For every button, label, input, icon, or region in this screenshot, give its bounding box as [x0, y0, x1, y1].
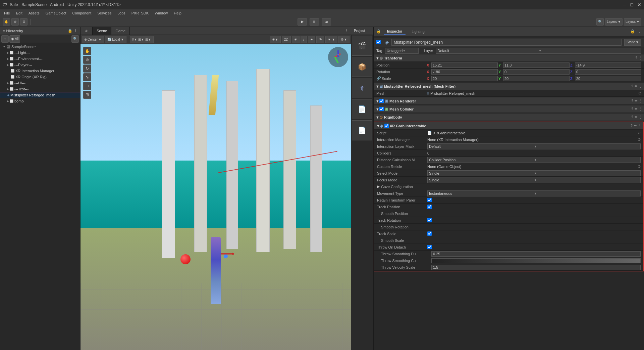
inspector-menu-icon[interactable]: ⋮: [638, 29, 641, 34]
mesh-renderer-enable-checkbox[interactable]: [379, 99, 384, 103]
hierarchy-item-mistsplitter[interactable]: ◈ Mistsplitter Reforged_mesh: [0, 92, 80, 98]
track-position-checkbox[interactable]: [427, 205, 432, 209]
effects-btn[interactable]: ✦: [308, 36, 315, 43]
hierarchy-item-xr-origin[interactable]: ⬜ XR Origin (XR Rig): [0, 74, 80, 80]
rotation-z-input[interactable]: [575, 69, 641, 75]
inspector-lock-icon[interactable]: 🔒: [630, 29, 635, 34]
xr-grab-header[interactable]: ▼ ◈ XR Grab Interactable ? ✏ ⋮: [374, 122, 643, 130]
tab-scene[interactable]: Scene: [93, 27, 111, 35]
hierarchy-search-button[interactable]: 🔍: [71, 35, 79, 43]
rigidbody-header[interactable]: ▼ ⊙ Rigidbody ? ✏ ⋮: [374, 114, 644, 121]
layers-dropdown[interactable]: Layers ▼: [605, 18, 623, 26]
menu-pxr-sdk[interactable]: PXR_SDK: [129, 10, 151, 16]
mesh-filter-menu-icon[interactable]: ⋮: [639, 84, 642, 88]
throw-velocity-scale-input[interactable]: [431, 265, 641, 270]
xr-grab-enable-checkbox[interactable]: [384, 124, 389, 128]
lighting-btn[interactable]: ☀: [292, 36, 300, 43]
audio-btn[interactable]: ♪: [301, 36, 307, 43]
hierarchy-item-light[interactable]: ▶ ⬜ ---Light---: [0, 50, 80, 56]
scene-hand-tool[interactable]: ✋: [83, 47, 91, 55]
script-select-icon[interactable]: ⊙: [638, 131, 641, 135]
retain-transform-checkbox[interactable]: [427, 198, 432, 202]
menu-assets[interactable]: Assets: [26, 10, 42, 16]
throw-smoothing-dur-input[interactable]: [431, 251, 641, 257]
mesh-filter-component-header[interactable]: ▼ ⊞ Mistsplitter Reforged_mesh (Mesh Fil…: [374, 83, 644, 90]
tab-inspector[interactable]: Inspector: [384, 29, 406, 35]
interaction-layer-dropdown[interactable]: Default ▼: [427, 143, 641, 149]
pause-button[interactable]: ⏸: [310, 18, 319, 26]
toolbar-settings[interactable]: ⚙: [20, 18, 28, 26]
hierarchy-item-samplescene[interactable]: ▼ 🎬 SampleScene*: [0, 44, 80, 50]
mesh-filter-help-icon[interactable]: ?: [631, 84, 633, 88]
toolbar-move-tool[interactable]: ⊕: [11, 18, 19, 26]
asset-thumbnail[interactable]: 🎬: [352, 36, 372, 56]
rigidbody-menu-icon[interactable]: ⋮: [639, 115, 642, 119]
mesh-collider-enable-checkbox[interactable]: [379, 107, 384, 111]
xr-grab-edit-icon[interactable]: ✏: [634, 124, 637, 128]
track-scale-checkbox[interactable]: [427, 231, 432, 236]
local-global-btn[interactable]: 🔄 Local ▼: [105, 36, 126, 43]
scene-viewport[interactable]: Y ✋ ⊕ ↻ ⤡ □ ⊞: [80, 44, 351, 350]
throw-smoothing-curve-input[interactable]: [431, 258, 641, 263]
hierarchy-item-bomb[interactable]: ▶ ⬜ bomb: [0, 98, 80, 104]
rotation-x-input[interactable]: [431, 69, 498, 75]
position-z-input[interactable]: [575, 62, 641, 68]
object-active-checkbox[interactable]: [376, 40, 381, 44]
menu-services[interactable]: Services: [95, 10, 114, 16]
hierarchy-item-player[interactable]: ▶ ⬜ ---Player---: [0, 62, 80, 68]
hierarchy-item-ui[interactable]: ▶ ⬜ ---UI---: [0, 80, 80, 86]
mesh-renderer-header[interactable]: ▼ ⊞ Mesh Renderer ? ✏ ⋮: [374, 97, 644, 105]
hierarchy-search-all[interactable]: ◉ All: [9, 35, 20, 43]
menu-edit[interactable]: Edit: [13, 10, 25, 16]
scene-transform-tool[interactable]: ⊞: [83, 91, 91, 99]
tab-game[interactable]: Game: [111, 27, 130, 35]
xr-grab-menu-icon[interactable]: ⋮: [638, 124, 641, 128]
interaction-manager-select-icon[interactable]: ⊙: [638, 137, 641, 142]
step-button[interactable]: ⏭: [322, 18, 331, 26]
position-y-input[interactable]: [503, 62, 570, 68]
2d-btn[interactable]: 2D: [282, 36, 291, 43]
rigidbody-edit-icon[interactable]: ✏: [635, 115, 637, 119]
menu-component[interactable]: Component: [69, 10, 94, 16]
maximize-button[interactable]: □: [631, 2, 633, 7]
scale-x-input[interactable]: [431, 76, 498, 81]
view-controls[interactable]: ☀▼: [270, 36, 281, 43]
rigidbody-help-icon[interactable]: ?: [631, 115, 633, 119]
menu-file[interactable]: File: [1, 10, 13, 16]
hierarchy-item-environment[interactable]: ▶ ⬜ ---Environment---: [0, 56, 80, 62]
asset-thumbnail[interactable]: 📄: [352, 120, 372, 140]
mesh-collider-header[interactable]: ▼ ⊞ Mesh Collider ? ✏ ⋮: [374, 105, 644, 113]
scene-scale-tool[interactable]: ⤡: [83, 73, 91, 81]
focus-mode-dropdown[interactable]: Single ▼: [427, 177, 641, 183]
scene-translate-tool[interactable]: ⊕: [83, 56, 91, 64]
mesh-renderer-edit-icon[interactable]: ✏: [635, 99, 637, 103]
mesh-renderer-help-icon[interactable]: ?: [631, 99, 633, 103]
play-button[interactable]: ▶: [298, 18, 307, 26]
hierarchy-item-xr-manager[interactable]: ⬜ XR Interaction Manager: [0, 68, 80, 74]
hide-btn[interactable]: 👁: [316, 36, 324, 43]
asset-thumbnail[interactable]: 📦: [352, 57, 372, 77]
track-rotation-checkbox[interactable]: [427, 218, 432, 222]
asset-thumbnail[interactable]: 📄: [352, 99, 372, 119]
select-mode-dropdown[interactable]: Single ▼: [427, 170, 641, 176]
xr-grab-help-icon[interactable]: ?: [631, 124, 633, 128]
distance-calc-dropdown[interactable]: Collider Position ▼: [427, 157, 641, 163]
scene-rotate-tool[interactable]: ↻: [83, 64, 91, 73]
mesh-filter-edit-icon[interactable]: ✏: [635, 84, 637, 88]
hierarchy-lock-icon[interactable]: 🔒: [68, 29, 72, 33]
object-name-input[interactable]: [391, 39, 622, 46]
mesh-select-icon[interactable]: ⊙: [638, 91, 641, 95]
view-dropdown[interactable]: ▼ ▼: [325, 36, 338, 43]
mesh-renderer-menu-icon[interactable]: ⋮: [639, 99, 642, 103]
mesh-collider-menu-icon[interactable]: ⋮: [639, 107, 642, 111]
search-button[interactable]: 🔍: [596, 18, 604, 26]
static-dropdown[interactable]: Static ▼: [624, 39, 641, 46]
gizmos-btn[interactable]: ⚙▼: [338, 36, 350, 43]
hierarchy-add-button[interactable]: +: [1, 35, 9, 43]
asset-thumbnail[interactable]: 🗡: [352, 78, 372, 98]
layer-dropdown[interactable]: Default ▼: [436, 48, 641, 54]
toolbar-hand-tool[interactable]: ✋: [3, 18, 10, 26]
center-pivot-btn[interactable]: ⊕ Center ▼: [82, 36, 104, 43]
transform-help-icon[interactable]: ?: [635, 56, 637, 60]
mesh-collider-help-icon[interactable]: ?: [631, 107, 633, 111]
